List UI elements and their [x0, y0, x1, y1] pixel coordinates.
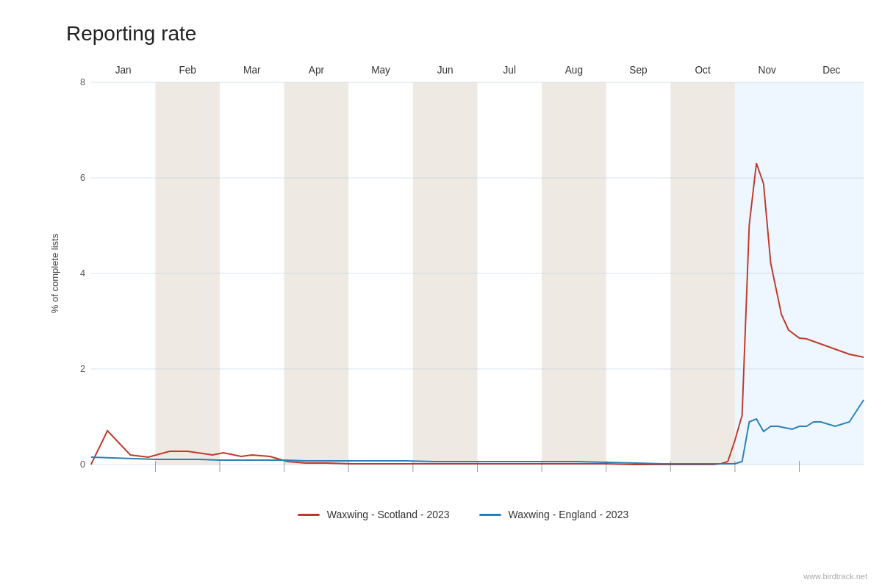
- month-sep: Sep: [629, 64, 648, 76]
- month-jan: Jan: [115, 64, 132, 76]
- chart-title: Reporting rate: [66, 22, 867, 46]
- legend-england: Waxwing - England - 2023: [479, 509, 629, 520]
- month-may: May: [371, 64, 390, 76]
- month-nov: Nov: [759, 64, 776, 76]
- month-apr: Apr: [309, 64, 325, 76]
- chart-legend: Waxwing - Scotland - 2023 Waxwing - Engl…: [59, 509, 867, 520]
- y-axis-label: % of complete lists: [49, 234, 60, 313]
- month-mar: Mar: [243, 64, 261, 76]
- chart-container: Reporting rate % of complete lists: [0, 0, 882, 588]
- legend-england-line: [479, 514, 501, 516]
- month-aug: Aug: [565, 64, 583, 76]
- y-tick-2: 2: [80, 363, 85, 374]
- watermark: www.birdtrack.net: [803, 572, 867, 581]
- month-jul: Jul: [503, 64, 516, 76]
- y-tick-6: 6: [80, 172, 85, 183]
- legend-england-label: Waxwing - England - 2023: [509, 509, 629, 520]
- y-tick-0: 0: [80, 459, 85, 470]
- y-tick-4: 4: [80, 268, 85, 279]
- month-jun: Jun: [437, 64, 453, 76]
- month-feb: Feb: [179, 64, 196, 76]
- legend-scotland: Waxwing - Scotland - 2023: [298, 509, 450, 520]
- legend-scotland-label: Waxwing - Scotland - 2023: [327, 509, 450, 520]
- chart-svg: 0 2 4 6 8 Jan Feb Mar Apr May Jun Jul Au…: [59, 60, 867, 487]
- y-tick-8: 8: [80, 76, 85, 87]
- month-oct: Oct: [695, 64, 711, 76]
- month-dec: Dec: [822, 64, 840, 76]
- legend-scotland-line: [298, 514, 320, 516]
